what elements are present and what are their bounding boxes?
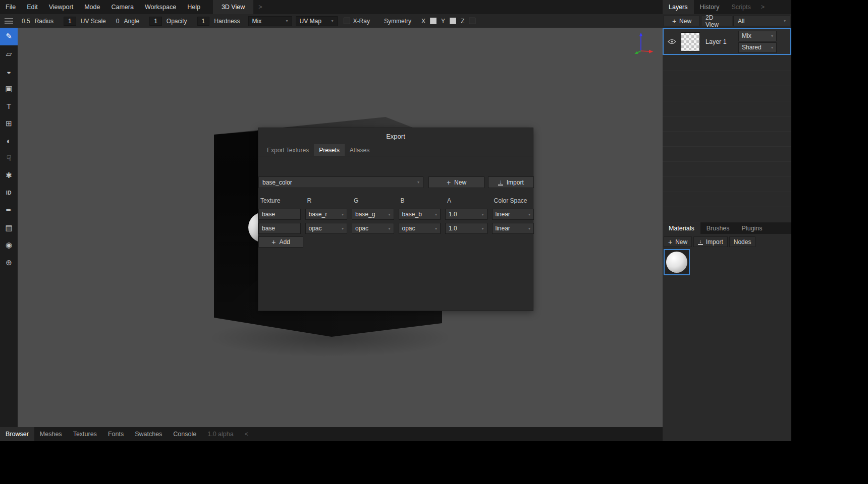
symmetry-x-checkbox[interactable] bbox=[430, 18, 437, 24]
axis-gizmo[interactable] bbox=[634, 32, 654, 54]
clone-tool-button[interactable]: ⊞ bbox=[0, 115, 18, 133]
text-tool-button[interactable]: T bbox=[0, 97, 18, 115]
tab-export-textures[interactable]: Export Textures bbox=[262, 144, 314, 156]
add-channel-button[interactable]: + Add bbox=[258, 236, 303, 248]
nodes-button[interactable]: Nodes bbox=[729, 236, 756, 247]
angle-value[interactable]: 0 bbox=[116, 18, 120, 25]
particle-icon: ✱ bbox=[6, 171, 12, 180]
radius-value[interactable]: 0.5 bbox=[22, 18, 30, 25]
hardness-value[interactable]: 1 bbox=[197, 17, 210, 26]
tab-brushes[interactable]: Brushes bbox=[700, 222, 736, 234]
tab-materials[interactable]: Materials bbox=[663, 222, 700, 234]
row2-g-select[interactable]: opac▾ bbox=[352, 223, 394, 234]
workspace-tab-3d-view[interactable]: 3D View bbox=[213, 0, 253, 14]
material-swatch-selected[interactable] bbox=[664, 249, 690, 275]
download-icon: ↓ bbox=[698, 238, 703, 245]
menu-camera[interactable]: Camera bbox=[105, 0, 139, 14]
layers-panel-tabs: Layers History Scripts > bbox=[663, 0, 791, 14]
tab-meshes[interactable]: Meshes bbox=[34, 427, 68, 441]
blur-tool-button[interactable]: ◐ bbox=[0, 132, 18, 150]
chevron-down-icon: ▾ bbox=[388, 212, 390, 217]
new-material-button[interactable]: + New bbox=[664, 236, 692, 247]
param-toolbar: 0.5 Radius 1 UV Scale 0 Angle 1 Opacity … bbox=[0, 14, 663, 28]
fill-tool-button[interactable]: ◒ bbox=[0, 63, 18, 80]
row2-texture-input[interactable]: base bbox=[258, 223, 301, 234]
preset-table-header: Texture R G B A Color Space bbox=[258, 197, 534, 204]
right-panel: Layers History Scripts > + New 2D View A… bbox=[663, 0, 791, 441]
opacity-label: Opacity bbox=[167, 18, 187, 25]
preset-import-button[interactable]: ↓ Import bbox=[488, 176, 534, 188]
tab-console[interactable]: Console bbox=[168, 427, 202, 441]
eye-icon[interactable] bbox=[668, 39, 676, 44]
chevron-down-icon: ▾ bbox=[771, 34, 773, 38]
layer-filter-select[interactable]: All ▾ bbox=[733, 16, 790, 26]
row1-colorspace-select[interactable]: linear▾ bbox=[492, 209, 534, 220]
particle-tool-button[interactable]: ✱ bbox=[0, 167, 18, 185]
tab-fonts[interactable]: Fonts bbox=[102, 427, 129, 441]
chevron-down-icon: ▾ bbox=[435, 226, 437, 231]
tab-plugins[interactable]: Plugins bbox=[736, 222, 769, 234]
uv-map-select[interactable]: UV Map ▾ bbox=[296, 16, 338, 26]
row2-r-select[interactable]: opac▾ bbox=[305, 223, 348, 234]
brush-tool-button[interactable]: ✎ bbox=[0, 28, 18, 45]
preset-table-row: base opac▾ opac▾ opac▾ 1.0▾ linear▾ bbox=[258, 223, 534, 234]
dialog-title: Export bbox=[258, 133, 533, 140]
gizmo-tool-button[interactable]: ⊕ bbox=[0, 254, 18, 272]
layer-name[interactable]: Layer 1 bbox=[706, 38, 738, 45]
row2-a-select[interactable]: 1.0▾ bbox=[445, 223, 487, 234]
2d-view-button[interactable]: 2D View bbox=[701, 16, 732, 26]
tab-scripts[interactable]: Scripts bbox=[725, 0, 756, 14]
tab-layers[interactable]: Layers bbox=[663, 0, 694, 14]
symmetry-y-checkbox[interactable] bbox=[450, 18, 456, 24]
row1-texture-input[interactable]: base bbox=[258, 209, 301, 220]
tab-browser[interactable]: Browser bbox=[0, 427, 34, 441]
hamburger-icon[interactable] bbox=[5, 18, 13, 24]
col-r: R bbox=[305, 197, 348, 204]
angle-label: Angle bbox=[124, 18, 139, 25]
chevron-down-icon: ▾ bbox=[435, 212, 437, 217]
menu-edit[interactable]: Edit bbox=[21, 0, 43, 14]
tab-history[interactable]: History bbox=[694, 0, 726, 14]
smudge-tool-button[interactable]: ☟ bbox=[0, 150, 18, 167]
row1-b-select[interactable]: base_b▾ bbox=[399, 209, 441, 220]
colorid-tool-button[interactable]: ID bbox=[0, 185, 18, 202]
preset-select[interactable]: base_color ▾ bbox=[258, 176, 423, 188]
collapse-icon[interactable]: < bbox=[239, 431, 254, 438]
app-window: File Edit Viewport Mode Camera Workspace… bbox=[0, 0, 791, 441]
row2-b-select[interactable]: opac▾ bbox=[399, 223, 441, 234]
layer-row-selected[interactable]: Layer 1 Mix ▾ Shared ▾ bbox=[663, 28, 791, 55]
new-layer-button[interactable]: + New bbox=[664, 16, 700, 26]
decal-icon: ▣ bbox=[5, 84, 12, 93]
menu-file[interactable]: File bbox=[0, 0, 21, 14]
tab-textures[interactable]: Textures bbox=[68, 427, 102, 441]
preset-new-button[interactable]: + New bbox=[428, 176, 484, 188]
menu-mode[interactable]: Mode bbox=[79, 0, 105, 14]
radius-label: Radius bbox=[35, 18, 53, 25]
bake-tool-button[interactable]: ▤ bbox=[0, 219, 18, 237]
menu-viewport[interactable]: Viewport bbox=[43, 0, 79, 14]
decal-tool-button[interactable]: ▣ bbox=[0, 80, 18, 98]
material-tool-button[interactable]: ◉ bbox=[0, 236, 18, 254]
import-material-button[interactable]: ↓ Import bbox=[693, 236, 728, 247]
symmetry-z-checkbox[interactable] bbox=[469, 18, 475, 24]
picker-tool-button[interactable]: ✒ bbox=[0, 202, 18, 219]
opacity-value[interactable]: 1 bbox=[149, 17, 162, 26]
tab-atlases[interactable]: Atlases bbox=[345, 144, 374, 156]
menu-help[interactable]: Help bbox=[182, 0, 206, 14]
row1-r-select[interactable]: base_r▾ bbox=[305, 209, 348, 220]
menu-workspace[interactable]: Workspace bbox=[139, 0, 182, 14]
workspace-expand-icon[interactable]: > bbox=[253, 0, 267, 14]
xray-checkbox[interactable] bbox=[344, 18, 350, 24]
row1-a-select[interactable]: 1.0▾ bbox=[445, 209, 487, 220]
tab-swatches[interactable]: Swatches bbox=[129, 427, 168, 441]
row2-colorspace-select[interactable]: linear▾ bbox=[492, 223, 534, 234]
layer-blend-select[interactable]: Mix ▾ bbox=[738, 31, 777, 41]
layer-object-select[interactable]: Shared ▾ bbox=[738, 42, 777, 53]
tab-presets[interactable]: Presets bbox=[314, 144, 345, 156]
panel-expand-icon[interactable]: > bbox=[757, 0, 769, 14]
layer-thumbnail[interactable] bbox=[681, 32, 700, 51]
blend-mode-select[interactable]: Mix ▾ bbox=[248, 16, 292, 26]
row1-g-select[interactable]: base_g▾ bbox=[352, 209, 394, 220]
uv-scale-value[interactable]: 1 bbox=[64, 17, 76, 26]
eraser-tool-button[interactable]: ▱ bbox=[0, 45, 18, 63]
